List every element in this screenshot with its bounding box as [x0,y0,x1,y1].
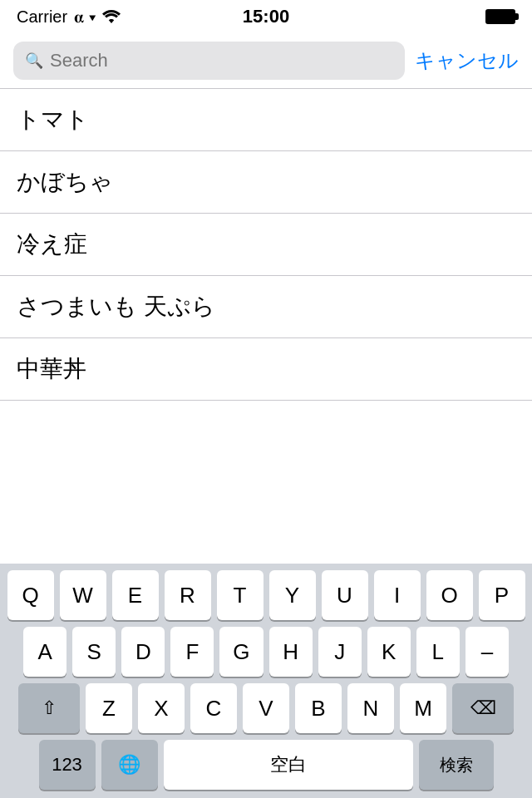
key-j[interactable]: J [318,627,362,677]
key-a[interactable]: A [23,627,66,677]
search-bar: 🔍 キャンセル [0,33,532,89]
key-y[interactable]: Y [269,570,316,620]
carrier-text: Carrier 𝛂 ▾ [17,7,121,27]
key-s[interactable]: S [72,627,116,677]
space-key[interactable]: 空白 [164,740,413,790]
keyboard-row-2: A S D F G H J K L – [3,627,529,677]
key-z[interactable]: Z [86,683,132,733]
key-n[interactable]: N [347,683,394,733]
key-x[interactable]: X [138,683,185,733]
wifi-icon: 𝛂 ▾ [74,7,96,27]
return-key[interactable]: 検索 [419,740,494,790]
search-icon: 🔍 [25,52,43,70]
delete-key[interactable]: ⌫ [452,683,514,733]
list-item[interactable]: さつまいも 天ぷら [0,276,532,338]
shift-key[interactable]: ⇧ [18,683,80,733]
key-b[interactable]: B [295,683,342,733]
keyboard-row-4: 123 🌐 空白 検索 [3,740,529,790]
key-r[interactable]: R [165,570,211,620]
key-d[interactable]: D [121,627,165,677]
keyboard-row-3: ⇧ Z X C V B N M ⌫ [3,683,529,733]
battery-icon [485,9,515,24]
numbers-key[interactable]: 123 [39,740,96,790]
time-display: 15:00 [243,6,289,27]
key-k[interactable]: K [367,627,411,677]
key-f[interactable]: F [170,627,214,677]
search-results-list: トマト かぼちゃ 冷え症 さつまいも 天ぷら 中華丼 [0,89,532,401]
key-p[interactable]: P [479,570,525,620]
keyboard: Q W E R T Y U I O P A S D F G H J K L – … [0,564,532,798]
key-o[interactable]: O [426,570,473,620]
list-item[interactable]: かぼちゃ [0,151,532,214]
key-dash[interactable]: – [466,627,509,677]
key-w[interactable]: W [60,570,106,620]
key-t[interactable]: T [217,570,264,620]
keyboard-row-1: Q W E R T Y U I O P [3,570,529,620]
key-l[interactable]: L [416,627,460,677]
status-bar: Carrier 𝛂 ▾ 15:00 [0,0,532,33]
search-input[interactable] [50,50,393,71]
list-item[interactable]: 冷え症 [0,214,532,276]
key-v[interactable]: V [243,683,289,733]
list-item[interactable]: トマト [0,89,532,151]
key-g[interactable]: G [219,627,263,677]
key-h[interactable]: H [269,627,313,677]
key-i[interactable]: I [374,570,421,620]
wifi-signal-icon [102,10,121,23]
cancel-button[interactable]: キャンセル [415,47,519,74]
search-input-wrapper[interactable]: 🔍 [13,42,405,80]
list-item[interactable]: 中華丼 [0,338,532,401]
key-c[interactable]: C [190,683,237,733]
globe-key[interactable]: 🌐 [101,740,158,790]
key-q[interactable]: Q [7,570,54,620]
key-u[interactable]: U [322,570,368,620]
battery-container [485,9,515,24]
key-m[interactable]: M [400,683,446,733]
key-e[interactable]: E [112,570,159,620]
